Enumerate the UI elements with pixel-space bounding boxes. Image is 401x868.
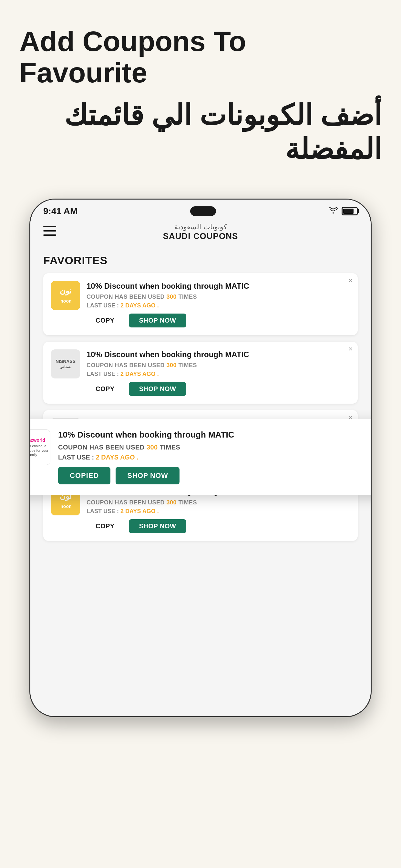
coupon-last-use: LAST USE : 2 DAYS AGO . <box>87 508 350 515</box>
app-header: كوبونات السعودية SAUDI COUPONS <box>30 220 371 248</box>
favorites-section: FAVORITES × نونnoon 10% Discount when bo… <box>30 248 371 554</box>
coupon-usage: COUPON HAS BEEN USED 300 TIMES <box>87 362 350 369</box>
coupon-title: 10% Discount when booking through MATIC <box>87 349 350 360</box>
app-title-arabic: كوبونات السعودية <box>163 223 238 231</box>
close-button[interactable]: × <box>348 277 352 284</box>
last-use-time: 2 DAYS AGO . <box>120 302 159 309</box>
coupon-usage: COUPON HAS BEEN USED 300 TIMES <box>87 293 350 300</box>
popup-shop-now-button[interactable]: SHOP NOW <box>116 467 180 485</box>
coupon-last-use: LAST USE : 2 DAYS AGO . <box>87 371 350 377</box>
phone-screen: 9:41 AM <box>30 199 371 716</box>
shop-now-button[interactable]: SHOP NOW <box>129 382 187 396</box>
copied-button[interactable]: COPIED <box>58 467 111 485</box>
battery-icon <box>342 207 358 215</box>
svg-rect-0 <box>43 226 56 227</box>
wifi-icon <box>329 207 338 216</box>
popup-coupon-title: 10% Discount when booking through MATIC <box>58 430 371 440</box>
usage-count: 300 <box>166 362 177 368</box>
popup-last-use-time: 2 DAYS AGO . <box>96 454 138 461</box>
noon-logo-text2: نونnoon <box>60 492 72 510</box>
shop-now-button[interactable]: SHOP NOW <box>129 519 187 533</box>
favorites-title: FAVORITES <box>43 254 358 267</box>
coupon-content: 10% Discount when booking through MATIC … <box>87 349 350 396</box>
brand-logo-noon: نونnoon <box>51 281 80 310</box>
brand-logo-nisnass: NISNASSنسناس <box>51 349 80 378</box>
popup-usage-count: 300 <box>147 444 158 451</box>
coupon-card: × نونnoon 10% Discount when booking thro… <box>43 273 358 335</box>
coupon-card: × NISNASSنسناس 10% Discount when booking… <box>43 342 358 404</box>
app-title: كوبونات السعودية SAUDI COUPONS <box>163 223 238 241</box>
coupon-title: 10% Discount when booking through MATIC <box>87 281 350 291</box>
app-title-english: SAUDI COUPONS <box>163 231 238 241</box>
coupon-actions: COPY SHOP NOW <box>87 382 350 396</box>
coupon-content: 10% Discount when booking through MATIC … <box>87 281 350 328</box>
popup-content: 10% Discount when booking through MATIC … <box>58 430 371 485</box>
close-button[interactable]: × <box>348 345 352 352</box>
noon-logo-text: نونnoon <box>60 286 72 305</box>
last-use-time: 2 DAYS AGO . <box>120 371 159 377</box>
copy-button[interactable]: COPY <box>87 519 124 533</box>
svg-rect-1 <box>43 230 56 231</box>
copy-button[interactable]: COPY <box>87 382 124 396</box>
mumzworld-logo-text: mumzworld A better choice, a better valu… <box>30 438 50 457</box>
status-icons <box>329 207 358 216</box>
last-use-time: 2 DAYS AGO . <box>120 508 159 515</box>
phone-mockup: 9:41 AM <box>29 198 372 717</box>
popup-actions: COPIED SHOP NOW <box>58 467 371 485</box>
coupon-last-use: LAST USE : 2 DAYS AGO . <box>87 302 350 309</box>
popup-brand-logo: mumzworld A better choice, a better valu… <box>30 430 50 465</box>
page-title-arabic: أضف الكوبونات الي قائمتك المفضلة <box>19 98 382 166</box>
status-time: 9:41 AM <box>43 206 78 216</box>
menu-icon[interactable] <box>43 225 56 239</box>
popup-usage: COUPON HAS BEEN USED 300 TIMES <box>58 444 371 451</box>
coupon-actions: COPY SHOP NOW <box>87 314 350 328</box>
coupon-actions: COPY SHOP NOW <box>87 519 350 533</box>
coupon-usage: COUPON HAS BEEN USED 300 TIMES <box>87 499 350 506</box>
phone-frame: 9:41 AM <box>29 198 372 717</box>
shop-now-button[interactable]: SHOP NOW <box>129 314 187 328</box>
nisnass-logo-text: NISNASSنسناس <box>56 359 75 369</box>
usage-count: 300 <box>166 293 177 300</box>
usage-count: 300 <box>166 499 177 506</box>
popup-coupon-card: × mumzworld A better choice, a better va… <box>30 419 371 495</box>
page-title-english: Add Coupons To Favourite <box>19 26 382 89</box>
popup-last-use: LAST USE : 2 DAYS AGO . <box>58 454 371 461</box>
status-bar: 9:41 AM <box>30 199 371 220</box>
svg-rect-2 <box>43 235 56 236</box>
copy-button[interactable]: COPY <box>87 314 124 328</box>
notch <box>190 206 216 216</box>
